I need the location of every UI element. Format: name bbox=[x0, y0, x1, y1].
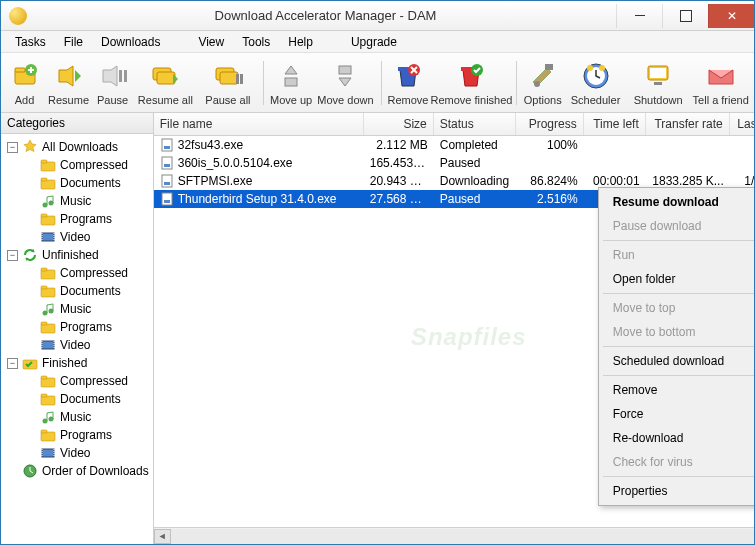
svg-rect-47 bbox=[41, 396, 55, 405]
remove-icon bbox=[392, 60, 424, 92]
toolbar-add-button[interactable]: Add bbox=[5, 60, 44, 106]
svg-rect-62 bbox=[164, 200, 170, 203]
table-row[interactable]: 360is_5.0.0.5104.exe165.453 MBPaused bbox=[154, 154, 755, 172]
tree-toggle-icon[interactable]: − bbox=[7, 358, 18, 369]
tree-label: Video bbox=[60, 338, 90, 352]
menu-upgrade[interactable]: Upgrade bbox=[343, 33, 405, 51]
toolbar-movedown-button[interactable]: Move down bbox=[316, 60, 375, 106]
tree-toggle-icon[interactable]: − bbox=[7, 142, 18, 153]
context-resume-download[interactable]: Resume download bbox=[599, 190, 755, 214]
context-properties[interactable]: Properties bbox=[599, 479, 755, 503]
tree-node-documents[interactable]: Documents bbox=[3, 282, 151, 300]
svg-rect-6 bbox=[157, 72, 175, 84]
toolbar-pause-button[interactable]: Pause bbox=[93, 60, 132, 106]
close-button[interactable] bbox=[708, 4, 754, 28]
folder-icon bbox=[40, 211, 56, 227]
context-run: Run bbox=[599, 243, 755, 267]
content-area: Snapfiles File nameSizeStatusProgressTim… bbox=[154, 113, 755, 544]
toolbar-resume-button[interactable]: Resume bbox=[48, 60, 89, 106]
horizontal-scrollbar[interactable]: ◄ ► bbox=[154, 527, 755, 544]
context-scheduled-download[interactable]: Scheduled download bbox=[599, 349, 755, 373]
svg-rect-34 bbox=[42, 233, 54, 241]
tree-node-unfinished[interactable]: −Unfinished bbox=[3, 246, 151, 264]
column-header-file-name[interactable]: File name bbox=[154, 113, 364, 135]
video-icon bbox=[40, 229, 56, 245]
column-header-last-try[interactable]: Last try bbox=[730, 113, 755, 135]
toolbar-tellfriend-button[interactable]: Tell a friend bbox=[691, 60, 750, 106]
column-header-time-left[interactable]: Time left bbox=[584, 113, 646, 135]
context-separator bbox=[603, 375, 755, 376]
svg-rect-24 bbox=[650, 68, 666, 78]
tree-node-music[interactable]: Music bbox=[3, 192, 151, 210]
context-menu: Resume downloadPause downloadRunOpen fol… bbox=[598, 187, 755, 506]
menu-view[interactable]: View bbox=[190, 33, 232, 51]
context-force[interactable]: Force bbox=[599, 402, 755, 426]
tree-node-compressed[interactable]: Compressed bbox=[3, 156, 151, 174]
toolbar-scheduler-button[interactable]: Scheduler bbox=[566, 60, 625, 106]
tree-node-programs[interactable]: Programs bbox=[3, 210, 151, 228]
menu-tools[interactable]: Tools bbox=[234, 33, 278, 51]
tree-node-compressed[interactable]: Compressed bbox=[3, 264, 151, 282]
toolbar-options-button[interactable]: Options bbox=[523, 60, 562, 106]
toolbar-shutdown-button[interactable]: Shutdown bbox=[629, 60, 688, 106]
tree-node-all-downloads[interactable]: −All Downloads bbox=[3, 138, 151, 156]
tree-node-compressed[interactable]: Compressed bbox=[3, 372, 151, 390]
tree-label: Video bbox=[60, 230, 90, 244]
scroll-left-arrow[interactable]: ◄ bbox=[154, 529, 171, 544]
svg-rect-1 bbox=[15, 68, 25, 72]
cell-progress bbox=[516, 162, 584, 164]
maximize-button[interactable] bbox=[662, 4, 708, 28]
menu-tasks[interactable]: Tasks bbox=[7, 33, 54, 51]
tree-node-programs[interactable]: Programs bbox=[3, 426, 151, 444]
svg-rect-60 bbox=[164, 182, 170, 185]
context-remove[interactable]: Remove bbox=[599, 378, 755, 402]
tree-node-finished[interactable]: −Finished bbox=[3, 354, 151, 372]
menu-downloads[interactable]: Downloads bbox=[93, 33, 168, 51]
context-open-folder[interactable]: Open folder bbox=[599, 267, 755, 291]
cell-rate bbox=[646, 162, 730, 164]
removefin-icon bbox=[455, 60, 487, 92]
file-icon bbox=[160, 174, 174, 188]
tree-node-video[interactable]: Video bbox=[3, 228, 151, 246]
scroll-track[interactable] bbox=[171, 529, 755, 544]
context-re-download[interactable]: Re-download bbox=[599, 426, 755, 450]
tree-label: Music bbox=[60, 302, 91, 316]
context-move-to-bottom: Move to bottom bbox=[599, 320, 755, 344]
titlebar: Download Accelerator Manager - DAM bbox=[1, 1, 754, 31]
tree-node-programs[interactable]: Programs bbox=[3, 318, 151, 336]
menu-file[interactable]: File bbox=[56, 33, 91, 51]
tree-label: Programs bbox=[60, 428, 112, 442]
column-header-transfer-rate[interactable]: Transfer rate bbox=[646, 113, 730, 135]
table-row[interactable]: 32fsu43.exe2.112 MBCompleted100% bbox=[154, 136, 755, 154]
toolbar-moveup-button[interactable]: Move up bbox=[270, 60, 312, 106]
column-header-size[interactable]: Size bbox=[364, 113, 434, 135]
context-separator bbox=[603, 240, 755, 241]
tree-node-order-of-downloads[interactable]: Order of Downloads bbox=[3, 462, 151, 480]
music-icon bbox=[40, 193, 56, 209]
minimize-button[interactable] bbox=[616, 4, 662, 28]
svg-rect-55 bbox=[162, 139, 172, 151]
svg-rect-56 bbox=[164, 146, 170, 149]
tree-toggle-icon[interactable]: − bbox=[7, 250, 18, 261]
cell-timeleft bbox=[584, 144, 646, 146]
tree-label: Compressed bbox=[60, 266, 128, 280]
tree-node-documents[interactable]: Documents bbox=[3, 174, 151, 192]
context-separator bbox=[603, 476, 755, 477]
column-header-progress[interactable]: Progress bbox=[516, 113, 584, 135]
toolbar-resumeall-button[interactable]: Resume all bbox=[136, 60, 195, 106]
svg-rect-32 bbox=[41, 216, 55, 225]
pauseall-icon bbox=[212, 60, 244, 92]
column-header-status[interactable]: Status bbox=[434, 113, 516, 135]
toolbar-removefin-button[interactable]: Remove finished bbox=[432, 60, 510, 106]
tree-node-video[interactable]: Video bbox=[3, 336, 151, 354]
toolbar-remove-button[interactable]: Remove bbox=[388, 60, 429, 106]
svg-rect-27 bbox=[41, 160, 47, 163]
tree-node-video[interactable]: Video bbox=[3, 444, 151, 462]
toolbar-pauseall-button[interactable]: Pause all bbox=[199, 60, 258, 106]
shutdown-icon bbox=[642, 60, 674, 92]
star-icon bbox=[22, 139, 38, 155]
tree-node-music[interactable]: Music bbox=[3, 408, 151, 426]
tree-node-documents[interactable]: Documents bbox=[3, 390, 151, 408]
tree-node-music[interactable]: Music bbox=[3, 300, 151, 318]
menu-help[interactable]: Help bbox=[280, 33, 321, 51]
